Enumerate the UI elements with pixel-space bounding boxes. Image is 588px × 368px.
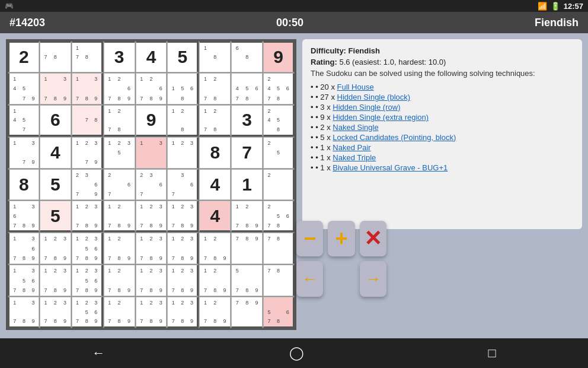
cell-r1c1[interactable]: 2 bbox=[8, 41, 39, 72]
cell-r7c8[interactable]: 789 bbox=[231, 233, 263, 264]
cell-r8c9[interactable]: 78 bbox=[263, 265, 295, 296]
cell-r5c3[interactable]: 23 6 79 bbox=[72, 169, 103, 201]
cell-r1c9[interactable]: 9 bbox=[263, 41, 295, 72]
cell-r1c2[interactable]: 78 bbox=[40, 41, 71, 72]
cell-r4c5[interactable]: 13 bbox=[136, 137, 167, 169]
cell-r4c4[interactable]: 123 5 bbox=[104, 137, 135, 169]
cell-r7c5[interactable]: 123 789 bbox=[136, 233, 167, 264]
cell-r5c9[interactable]: 2 bbox=[263, 169, 295, 201]
cell-r8c6[interactable]: 123 789 bbox=[167, 265, 199, 296]
nav-home-button[interactable]: ◯ bbox=[277, 343, 316, 363]
cell-r9c6[interactable]: 123 789 bbox=[167, 297, 199, 328]
cell-r2c4[interactable]: 12 6 789 bbox=[104, 73, 135, 104]
plus-button[interactable]: + bbox=[328, 221, 354, 256]
cell-r2c3[interactable]: 13 789 bbox=[72, 73, 103, 104]
close-button[interactable]: ✕ bbox=[360, 221, 386, 256]
technique-link-9[interactable]: Bivalue Universal Grave - BUG+1 bbox=[333, 163, 448, 172]
cell-r6c2[interactable]: 5 bbox=[40, 201, 71, 232]
cell-r3c5[interactable]: 9 bbox=[136, 105, 167, 137]
cell-r6c9[interactable]: 2 56 78 bbox=[263, 201, 295, 232]
cell-r9c7[interactable]: 12 789 bbox=[199, 297, 231, 328]
cell-r5c7[interactable]: 4 bbox=[199, 169, 231, 201]
technique-link-5[interactable]: Naked Single bbox=[333, 123, 378, 132]
cell-r1c7[interactable]: 1 8 bbox=[199, 41, 231, 72]
cell-r7c2[interactable]: 123 789 bbox=[40, 233, 71, 264]
cell-r5c5[interactable]: 23 6 7 bbox=[136, 169, 167, 201]
cell-r4c3[interactable]: 123 79 bbox=[72, 137, 103, 169]
technique-link-6[interactable]: Locked Candidates (Pointing, block) bbox=[333, 133, 456, 142]
cell-r7c7[interactable]: 12 789 bbox=[199, 233, 231, 264]
cell-r4c9[interactable]: 2 5 bbox=[263, 137, 295, 169]
cell-r6c7[interactable]: 4 bbox=[199, 201, 231, 232]
cell-r8c5[interactable]: 123 789 bbox=[136, 265, 167, 296]
difficulty-label: Fiendish bbox=[535, 17, 579, 29]
cell-r6c4[interactable]: 12 789 bbox=[104, 201, 135, 232]
cell-r1c4[interactable]: 3 bbox=[104, 41, 135, 72]
nav-back-button[interactable]: ← bbox=[80, 343, 117, 363]
cell-r6c1[interactable]: 13 6 789 bbox=[8, 201, 39, 232]
cell-r5c6[interactable]: 3 6 7 bbox=[167, 169, 199, 201]
cell-r1c3[interactable]: 1 78 bbox=[72, 41, 103, 72]
cell-r3c2[interactable]: 6 bbox=[40, 105, 71, 137]
cell-r2c8[interactable]: 456 78 bbox=[231, 73, 263, 104]
cell-r9c1[interactable]: 13 789 bbox=[8, 297, 39, 328]
cell-r4c1[interactable]: 13 79 bbox=[8, 137, 39, 169]
cell-r3c6[interactable]: 12 8 bbox=[167, 105, 199, 137]
forward-button[interactable]: → bbox=[360, 261, 386, 297]
cell-r2c1[interactable]: 1 45 79 bbox=[8, 73, 39, 104]
nav-recent-button[interactable]: □ bbox=[476, 343, 507, 363]
cell-r8c2[interactable]: 123 789 bbox=[40, 265, 71, 296]
cell-r3c4[interactable]: 12 78 bbox=[104, 105, 135, 137]
cell-r6c8[interactable]: 12 789 bbox=[231, 201, 263, 232]
cell-r4c7[interactable]: 8 bbox=[199, 137, 231, 169]
cell-r8c8[interactable]: 5 789 bbox=[231, 265, 263, 296]
technique-link-2[interactable]: Hidden Single (block) bbox=[337, 93, 411, 101]
cell-r2c9[interactable]: 2 456 78 bbox=[263, 73, 295, 104]
cell-r3c3[interactable]: 78 bbox=[72, 105, 103, 137]
cell-r2c6[interactable]: 156 8 bbox=[167, 73, 199, 104]
cell-r9c3[interactable]: 123 56 789 bbox=[72, 297, 103, 328]
technique-link-4[interactable]: Hidden Single (extra region) bbox=[333, 113, 429, 122]
cell-r9c9[interactable]: 56 78 bbox=[263, 297, 295, 328]
cell-r3c9[interactable]: 2 45 8 bbox=[263, 105, 295, 137]
cell-r9c2[interactable]: 123 789 bbox=[40, 297, 71, 328]
cell-r7c3[interactable]: 123 56 789 bbox=[72, 233, 103, 264]
cell-r1c6[interactable]: 5 bbox=[167, 41, 199, 72]
technique-link-1[interactable]: Full House bbox=[337, 83, 374, 91]
back-button[interactable]: ← bbox=[296, 261, 323, 297]
cell-r3c7[interactable]: 12 78 bbox=[199, 105, 231, 137]
technique-link-8[interactable]: Naked Triple bbox=[333, 153, 376, 162]
cell-r1c8[interactable]: 6 8 bbox=[231, 41, 263, 72]
cell-r1c5[interactable]: 4 bbox=[136, 41, 167, 72]
cell-r2c7[interactable]: 12 78 bbox=[199, 73, 231, 104]
technique-link-3[interactable]: Hidden Single (row) bbox=[333, 103, 400, 112]
cell-r3c1[interactable]: 1 45 7 bbox=[8, 105, 39, 137]
technique-link-7[interactable]: Naked Pair bbox=[333, 143, 370, 152]
cell-r7c1[interactable]: 13 6 789 bbox=[8, 233, 39, 264]
cell-r2c5[interactable]: 12 6 789 bbox=[136, 73, 167, 104]
cell-r9c4[interactable]: 12 789 bbox=[104, 297, 135, 328]
cell-r8c3[interactable]: 123 56 789 bbox=[72, 265, 103, 296]
minus-button[interactable]: − bbox=[296, 221, 323, 256]
cell-r4c6[interactable]: 123 bbox=[167, 137, 199, 169]
cell-r5c1[interactable]: 8 bbox=[8, 169, 39, 201]
cell-r8c4[interactable]: 12 789 bbox=[104, 265, 135, 296]
cell-r6c6[interactable]: 123 789 bbox=[167, 201, 199, 232]
cell-r6c3[interactable]: 123 789 bbox=[72, 201, 103, 232]
cell-r9c5[interactable]: 123 789 bbox=[136, 297, 167, 328]
cell-r7c4[interactable]: 12 789 bbox=[104, 233, 135, 264]
cell-r8c1[interactable]: 13 56 789 bbox=[8, 265, 39, 296]
cell-r6c5[interactable]: 123 789 bbox=[136, 201, 167, 232]
cell-r4c2[interactable]: 4 bbox=[40, 137, 71, 169]
cell-r4c8[interactable]: 7 bbox=[231, 137, 263, 169]
cell-r8c7[interactable]: 12 789 bbox=[199, 265, 231, 296]
cell-r7c6[interactable]: 123 789 bbox=[167, 233, 199, 264]
cell-r3c8[interactable]: 3 bbox=[231, 105, 263, 137]
cell-r5c2[interactable]: 5 bbox=[40, 169, 71, 201]
cell-r5c4[interactable]: 2 6 7 bbox=[104, 169, 135, 201]
cell-r9c8[interactable]: 789 bbox=[231, 297, 263, 328]
cell-r5c8[interactable]: 1 bbox=[231, 169, 263, 201]
cell-r2c2[interactable]: 13 789 bbox=[40, 73, 71, 104]
cell-r7c9[interactable]: 78 bbox=[263, 233, 295, 264]
status-bar: 🎮 📶 🔋 12:57 bbox=[0, 0, 588, 12]
